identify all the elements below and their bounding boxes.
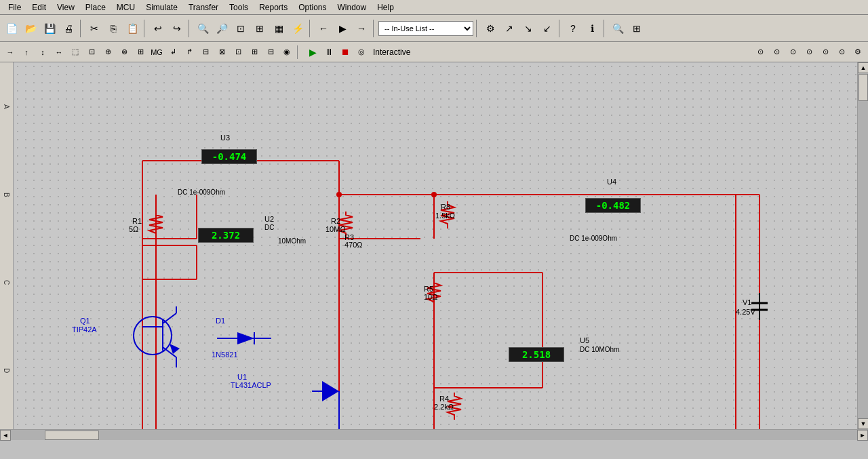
tb2-btn16[interactable]: ⊞ — [247, 45, 262, 60]
tb2-btn13[interactable]: ⊟ — [198, 45, 213, 60]
tb2-btn3[interactable]: ↕ — [35, 45, 50, 60]
scroll-thumb-bottom[interactable] — [45, 431, 99, 440]
stop-button[interactable]: ⏹ — [338, 45, 353, 60]
menu-simulate[interactable]: Simulate — [140, 1, 183, 14]
tb2-extra7[interactable]: ⚙ — [850, 45, 865, 60]
inuse-list-dropdown[interactable]: -- In-Use List -- — [378, 21, 473, 36]
tb2-btn4[interactable]: ↔ — [52, 45, 66, 60]
u5-label: U5 — [580, 336, 589, 344]
menu-mcu[interactable]: MCU — [111, 1, 140, 14]
tb2-extra3[interactable]: ⊙ — [785, 45, 800, 60]
tb2-btn7[interactable]: ⊕ — [100, 45, 115, 60]
scroll-up-arrow[interactable]: ▲ — [858, 62, 868, 73]
scroll-thumb-right[interactable] — [859, 74, 868, 101]
menu-file[interactable]: File — [3, 1, 26, 14]
ruler-label-c: C — [0, 239, 13, 327]
schematic-canvas[interactable]: U3 -0.474 DC 1e-009Ohm U2 DC 2.372 10MOh… — [14, 62, 857, 429]
tb2-btn17[interactable]: ⊟ — [263, 45, 278, 60]
tb2-btn6[interactable]: ⊡ — [84, 45, 99, 60]
canvas-area[interactable]: U3 -0.474 DC 1e-009Ohm U2 DC 2.372 10MOh… — [14, 62, 857, 429]
info-button[interactable]: ℹ — [583, 20, 601, 37]
arrow3-button[interactable]: ↘ — [519, 20, 537, 37]
tb2-btn14[interactable]: ⊠ — [214, 45, 229, 60]
open-button[interactable]: 📂 — [22, 20, 39, 37]
paste-button[interactable]: 📋 — [123, 20, 141, 37]
interactive-icon[interactable]: ◎ — [354, 45, 369, 60]
zoom-in-button[interactable]: 🔍 — [194, 20, 212, 37]
u2-sub: 10MOhm — [278, 237, 306, 245]
separator8 — [604, 20, 606, 37]
arrow-left-button[interactable]: ← — [315, 20, 332, 37]
tb2-btn1[interactable]: → — [3, 45, 18, 60]
tb2-extra1[interactable]: ⊙ — [753, 45, 768, 60]
u3-label: U3 — [220, 134, 230, 142]
u4-label: U4 — [607, 178, 616, 186]
scroll-track-right[interactable] — [858, 73, 868, 418]
u5-dc: DC 10MOhm — [580, 346, 619, 353]
search-button[interactable]: 🔍 — [609, 20, 627, 37]
tb2-extra4[interactable]: ⊙ — [802, 45, 816, 60]
redo-button[interactable]: ↪ — [168, 20, 186, 37]
pause-button[interactable]: ⏸ — [321, 45, 336, 60]
scroll-left-arrow[interactable]: ◄ — [0, 430, 11, 441]
new-button[interactable]: 📄 — [3, 20, 20, 37]
q1-value: TIP42A — [72, 325, 97, 334]
component-button[interactable]: ▦ — [270, 20, 288, 37]
arrow4-button[interactable]: ↙ — [538, 20, 556, 37]
expand-button[interactable]: ⊞ — [628, 20, 646, 37]
settings-button[interactable]: ⚙ — [481, 20, 499, 37]
tb2-btn9[interactable]: ⊞ — [133, 45, 148, 60]
tb2-extra5[interactable]: ⊙ — [818, 45, 833, 60]
undo-button[interactable]: ↩ — [149, 20, 167, 37]
menu-options[interactable]: Options — [293, 1, 332, 14]
tb2-btn11[interactable]: ↲ — [165, 45, 180, 60]
u4-sub: DC 1e-009Ohm — [570, 235, 617, 242]
arrow2-button[interactable]: ↗ — [500, 20, 518, 37]
u2-display: 2.372 — [198, 228, 254, 243]
menu-tools[interactable]: Tools — [224, 1, 254, 14]
menu-transfer[interactable]: Transfer — [183, 1, 224, 14]
tb2-extra6[interactable]: ⊙ — [834, 45, 849, 60]
tb2-btn12[interactable]: ↱ — [182, 45, 197, 60]
ruler-label-b: B — [0, 151, 13, 239]
menu-window[interactable]: Window — [332, 1, 372, 14]
tb2-extra2[interactable]: ⊙ — [769, 45, 784, 60]
play-button[interactable]: ▶ — [305, 45, 320, 60]
arrow-right-button[interactable]: → — [353, 20, 370, 37]
menu-place[interactable]: Place — [80, 1, 111, 14]
menu-reports[interactable]: Reports — [254, 1, 293, 14]
tb2-btn15[interactable]: ⊡ — [231, 45, 245, 60]
left-ruler: A B C D — [0, 62, 14, 429]
menu-help[interactable]: Help — [372, 1, 399, 14]
main-area: A B C D — [0, 62, 868, 429]
run-button[interactable]: ▶ — [334, 20, 351, 37]
tb2-btn8[interactable]: ⊗ — [117, 45, 132, 60]
help-button[interactable]: ? — [564, 20, 582, 37]
copy-button[interactable]: ⎘ — [104, 20, 122, 37]
tb2-btn10[interactable]: MG — [149, 45, 164, 60]
r3-value: 470Ω — [344, 241, 363, 249]
print-button[interactable]: 🖨 — [60, 20, 77, 37]
cut-button[interactable]: ✂ — [85, 20, 103, 37]
menu-view[interactable]: View — [52, 1, 80, 14]
schematic-svg — [14, 62, 857, 429]
separator2 — [144, 20, 146, 37]
simulate-button[interactable]: ⚡ — [289, 20, 307, 37]
scroll-track-bottom[interactable] — [11, 430, 857, 440]
scroll-down-arrow[interactable]: ▼ — [858, 418, 868, 429]
menubar: File Edit View Place MCU Simulate Transf… — [0, 0, 868, 15]
tb2-btn2[interactable]: ↑ — [19, 45, 34, 60]
zoom-fit-button[interactable]: ⊡ — [232, 20, 250, 37]
v1-value: 4.25V — [736, 308, 755, 316]
scroll-right-arrow[interactable]: ► — [857, 430, 868, 441]
grid-button[interactable]: ⊞ — [251, 20, 269, 37]
zoom-out-button[interactable]: 🔎 — [213, 20, 231, 37]
bottom-scrollbar: ◄ ► — [0, 429, 868, 440]
u4-display: -0.482 — [585, 198, 641, 213]
tb2-btn5[interactable]: ⬚ — [68, 45, 83, 60]
tb2-btn18[interactable]: ◉ — [279, 45, 294, 60]
toolbar2: → ↑ ↕ ↔ ⬚ ⊡ ⊕ ⊗ ⊞ MG ↲ ↱ ⊟ ⊠ ⊡ ⊞ ⊟ ◉ ▶ ⏸… — [0, 42, 868, 62]
menu-edit[interactable]: Edit — [26, 1, 52, 14]
u3-display: -0.474 — [201, 149, 257, 164]
save-button[interactable]: 💾 — [41, 20, 58, 37]
